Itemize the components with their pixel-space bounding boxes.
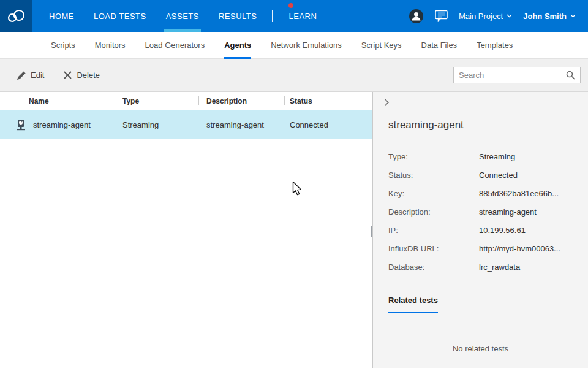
detail-field-value: streaming-agent: [479, 207, 537, 217]
nav-item-assets[interactable]: ASSETS: [166, 0, 199, 32]
detail-field-label: Key:: [388, 189, 479, 198]
nav-item-label: HOME: [49, 12, 74, 21]
cloud-logo-icon: [6, 9, 26, 23]
magnifier-icon[interactable]: [566, 71, 575, 80]
nav-item-load-tests[interactable]: LOAD TESTS: [94, 0, 146, 32]
chevron-down-icon: [570, 14, 576, 18]
delete-button[interactable]: Delete: [64, 71, 100, 80]
chevron-down-icon: [507, 14, 512, 18]
panel-title: streaming-agent: [388, 119, 588, 131]
detail-field: Description:streaming-agent: [388, 202, 588, 221]
nav-item-label: LOAD TESTS: [94, 12, 146, 21]
nav-item-label: LEARN: [288, 12, 317, 21]
table-header: NameTypeDescriptionStatus: [0, 92, 372, 110]
nav-divider: [272, 10, 273, 22]
detail-field: Type:Streaming: [388, 147, 588, 166]
nav-item-results[interactable]: RESULTS: [219, 0, 257, 32]
app-logo[interactable]: [0, 0, 32, 32]
main-nav: HOMELOAD TESTSASSETSRESULTSLEARN: [49, 0, 317, 32]
x-icon: [64, 71, 72, 79]
cell-description: streaming-agent: [199, 120, 285, 129]
tab-load-generators[interactable]: Load Generators: [145, 32, 205, 58]
column-header-description[interactable]: Description: [199, 92, 285, 110]
details-fields: Type:StreamingStatus:ConnectedKey:885fd3…: [388, 147, 588, 276]
table-body: streaming-agentStreamingstreaming-agentC…: [0, 110, 372, 139]
main-content: NameTypeDescriptionStatus streaming-agen…: [0, 92, 588, 368]
agent-name-text: streaming-agent: [33, 120, 91, 129]
user-account-icon[interactable]: [409, 9, 424, 24]
search-input[interactable]: [459, 71, 566, 80]
column-header-type[interactable]: Type: [113, 92, 199, 110]
detail-field-label: InfluxDB URL:: [388, 244, 479, 253]
notification-dot: [288, 3, 293, 8]
panel-resize-handle[interactable]: [371, 226, 372, 237]
detail-field: Key:885fd362ba81ee66b...: [388, 184, 588, 202]
user-menu[interactable]: John Smith: [523, 12, 576, 21]
detail-field-value: 10.199.56.61: [479, 226, 526, 235]
tab-templates[interactable]: Templates: [477, 32, 513, 58]
detail-field: IP:10.199.56.61: [388, 221, 588, 239]
detail-field-label: Status:: [388, 171, 479, 180]
detail-field-value: http://myd-hvm00063...: [479, 244, 560, 253]
tab-scripts[interactable]: Scripts: [51, 32, 75, 58]
details-tabs: Related tests: [373, 294, 588, 313]
agents-table: NameTypeDescriptionStatus streaming-agen…: [0, 92, 373, 368]
detail-field-value: Connected: [479, 171, 518, 180]
detail-field: InfluxDB URL:http://myd-hvm00063...: [388, 239, 588, 258]
column-header-name[interactable]: Name: [0, 92, 113, 110]
edit-button[interactable]: Edit: [17, 71, 44, 80]
empty-message: No related tests: [373, 344, 588, 353]
detail-field-value: 885fd362ba81ee66b...: [479, 189, 559, 198]
detail-field: Database:lrc_rawdata: [388, 258, 588, 276]
delete-button-label: Delete: [77, 71, 100, 80]
project-selector[interactable]: Main Project: [459, 12, 512, 21]
detail-field-label: Database:: [388, 263, 479, 272]
nav-item-label: ASSETS: [166, 12, 199, 21]
tab-network-emulations[interactable]: Network Emulations: [271, 32, 342, 58]
nav-item-learn[interactable]: LEARN: [288, 0, 317, 32]
app-root: HOMELOAD TESTSASSETSRESULTSLEARN: [0, 0, 588, 368]
navbar-right: Main Project John Smith: [409, 0, 588, 32]
nav-item-label: RESULTS: [219, 12, 257, 21]
tab-monitors[interactable]: Monitors: [95, 32, 126, 58]
table-row[interactable]: streaming-agentStreamingstreaming-agentC…: [0, 110, 372, 139]
cell-name: streaming-agent: [0, 119, 113, 131]
search-box[interactable]: [453, 67, 581, 83]
asset-tabs: ScriptsMonitorsLoad GeneratorsAgentsNetw…: [0, 32, 588, 59]
column-header-status[interactable]: Status: [285, 92, 372, 110]
user-menu-label: John Smith: [523, 12, 567, 21]
cell-status: Connected: [285, 120, 372, 129]
tab-data-files[interactable]: Data Files: [421, 32, 458, 58]
detail-field-label: Type:: [388, 152, 479, 161]
tab-script-keys[interactable]: Script Keys: [361, 32, 402, 58]
cell-type: Streaming: [113, 120, 199, 129]
detail-field: Status:Connected: [388, 166, 588, 184]
details-tab-related-tests[interactable]: Related tests: [388, 296, 438, 313]
chevron-right-icon[interactable]: [384, 98, 390, 107]
agent-device-icon: [16, 119, 26, 131]
nav-item-home[interactable]: HOME: [49, 0, 74, 32]
details-panel: streaming-agent Type:StreamingStatus:Con…: [373, 92, 588, 368]
chat-bubble-icon[interactable]: [435, 10, 448, 22]
top-navbar: HOMELOAD TESTSASSETSRESULTSLEARN: [0, 0, 588, 32]
project-selector-label: Main Project: [459, 12, 503, 21]
detail-field-value: Streaming: [479, 152, 515, 161]
detail-field-label: IP:: [388, 226, 479, 235]
tab-agents[interactable]: Agents: [224, 32, 251, 58]
edit-button-label: Edit: [31, 71, 44, 80]
detail-field-label: Description:: [388, 207, 479, 217]
pencil-icon: [17, 71, 26, 80]
toolbar: Edit Delete: [0, 59, 588, 92]
detail-field-value: lrc_rawdata: [479, 263, 520, 272]
